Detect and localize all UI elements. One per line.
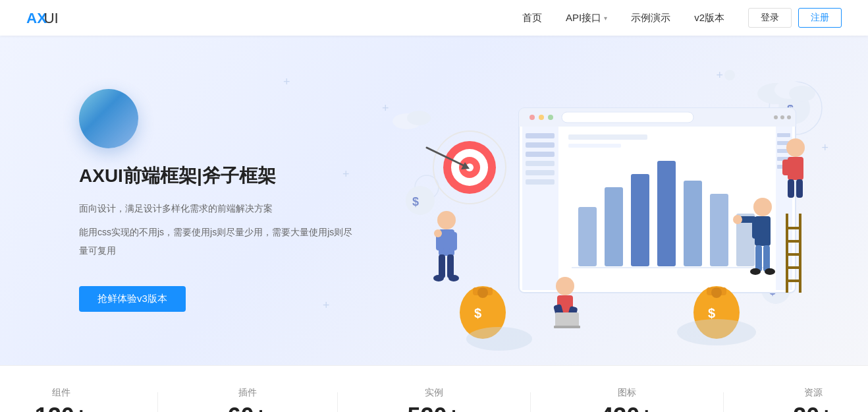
hero-left: AXUI前端框架|斧子框架 面向设计，满足设计多样化需求的前端解决方案 能用cs…: [79, 89, 356, 311]
svg-rect-80: [786, 240, 801, 243]
svg-point-53: [437, 211, 456, 229]
svg-rect-83: [786, 280, 801, 282]
hero-desc-2: 能用css实现的不用js，需要使用js则尽量少用，需要大量使用js则尽量可复用: [79, 223, 356, 260]
svg-rect-41: [777, 133, 790, 137]
svg-rect-22: [522, 127, 558, 290]
svg-rect-35: [657, 161, 676, 266]
stat-value-icons: 430+: [600, 403, 653, 412]
svg-rect-94: [782, 160, 790, 175]
stat-label-plugins: 插件: [228, 387, 268, 399]
svg-rect-56: [449, 232, 457, 250]
svg-point-102: [677, 319, 756, 345]
svg-rect-95: [788, 179, 794, 198]
stat-divider-2: [337, 392, 338, 412]
logo-icon: AX UI: [26, 7, 58, 28]
svg-text:$: $: [412, 195, 419, 208]
svg-rect-18: [562, 112, 693, 123]
stat-divider-1: [157, 392, 158, 412]
svg-rect-81: [786, 253, 801, 256]
svg-rect-66: [555, 312, 579, 327]
svg-point-59: [433, 275, 444, 281]
svg-point-19: [774, 115, 778, 119]
svg-rect-79: [786, 227, 801, 229]
hero-desc-1: 面向设计，满足设计多样化需求的前端解决方案: [79, 199, 356, 218]
stat-icons: 图标 430+: [600, 387, 653, 412]
stat-divider-4: [723, 392, 724, 412]
svg-rect-32: [578, 207, 597, 266]
register-button[interactable]: 注册: [798, 8, 842, 28]
stat-plugins: 插件 60+: [228, 387, 268, 412]
svg-rect-34: [631, 174, 649, 266]
svg-point-92: [786, 138, 805, 157]
svg-rect-27: [526, 170, 555, 175]
hero-section: + + + + + + AXUI前端框架|斧子框架 面向设计，满足设计多样化需求…: [0, 36, 868, 365]
svg-rect-67: [554, 326, 580, 328]
login-button[interactable]: 登录: [748, 8, 792, 28]
svg-rect-58: [447, 254, 454, 278]
svg-text:UI: UI: [43, 10, 58, 26]
navbar: AX UI 首页 API接口 ▾ 示例演示 v2版本 登录 注册: [0, 0, 868, 36]
stat-label-icons: 图标: [600, 387, 653, 399]
nav-link-api[interactable]: API接口 ▾: [566, 12, 607, 24]
stat-value-components: 120+: [35, 403, 88, 412]
svg-point-61: [434, 229, 442, 237]
svg-point-16: [539, 115, 544, 120]
svg-rect-25: [526, 152, 555, 157]
stat-label-examples: 实例: [407, 387, 460, 399]
svg-rect-24: [526, 142, 555, 148]
stat-examples: 实例 520+: [407, 387, 460, 412]
svg-rect-26: [526, 161, 555, 166]
hero-title: AXUI前端框架|斧子框架: [79, 164, 356, 188]
chevron-down-icon: ▾: [604, 15, 607, 22]
svg-point-5: [724, 70, 735, 80]
svg-rect-30: [568, 134, 647, 140]
svg-point-101: [407, 111, 431, 125]
svg-point-86: [477, 287, 488, 298]
stat-components: 组件 120+: [35, 387, 88, 412]
svg-rect-73: [755, 245, 762, 272]
svg-point-103: [466, 327, 532, 351]
svg-point-15: [529, 115, 535, 120]
hero-cta-button[interactable]: 抢鲜体验v3版本: [79, 286, 186, 312]
stat-resources: 资源 20+: [793, 387, 833, 412]
svg-rect-82: [786, 266, 801, 269]
svg-point-17: [548, 115, 553, 120]
svg-rect-37: [710, 194, 728, 266]
svg-rect-23: [526, 133, 555, 138]
stat-value-plugins: 60+: [228, 403, 268, 412]
svg-rect-57: [439, 254, 445, 278]
svg-point-90: [711, 287, 722, 298]
svg-point-76: [765, 268, 775, 275]
nav-link-demo[interactable]: 示例演示: [631, 12, 670, 24]
svg-point-68: [753, 198, 772, 216]
svg-point-20: [780, 115, 784, 119]
deco-plus-1: +: [283, 75, 290, 89]
svg-rect-33: [605, 187, 623, 266]
svg-point-72: [733, 215, 742, 224]
hero-illustration: $ $ $: [356, 62, 815, 339]
svg-text:$: $: [708, 306, 715, 320]
svg-text:$: $: [474, 306, 481, 320]
svg-point-6: [406, 186, 435, 215]
svg-rect-74: [763, 245, 770, 272]
nav-link-home[interactable]: 首页: [522, 12, 542, 24]
svg-rect-31: [568, 144, 621, 148]
svg-point-62: [556, 277, 574, 295]
hero-svg: $ $ $: [367, 55, 828, 359]
hero-orb: [79, 89, 138, 148]
logo[interactable]: AX UI: [26, 7, 58, 28]
nav-link-v2[interactable]: v2版本: [694, 12, 724, 24]
nav-links: 首页 API接口 ▾ 示例演示 v2版本: [522, 12, 724, 24]
svg-rect-96: [796, 179, 803, 198]
svg-point-75: [750, 268, 761, 275]
stat-divider-3: [530, 392, 531, 412]
svg-point-99: [789, 86, 815, 102]
svg-rect-36: [684, 181, 702, 266]
stat-label-components: 组件: [35, 387, 88, 399]
stat-value-examples: 520+: [407, 403, 460, 412]
svg-point-21: [787, 115, 791, 119]
stats-bar: 组件 120+ 插件 60+ 实例 520+ 图标 430+ 资源 20+: [0, 365, 868, 412]
stat-value-resources: 20+: [793, 403, 833, 412]
svg-rect-28: [526, 179, 555, 185]
svg-point-60: [448, 275, 459, 281]
